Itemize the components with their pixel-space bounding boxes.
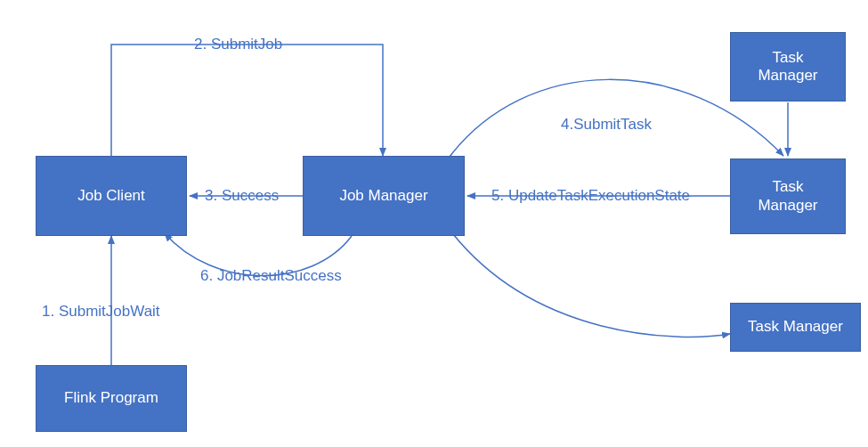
box-task-manager-2: Task Manager	[730, 158, 846, 234]
box-job-client: Job Client	[36, 156, 187, 236]
box-task-manager-3-label: Task Manager	[748, 318, 843, 336]
box-flink-program-label: Flink Program	[64, 389, 158, 407]
box-task-manager-1-label: Task Manager	[758, 49, 817, 85]
diagram-stage: { "boxes": { "flink_program": "Flink Pro…	[0, 0, 868, 447]
box-flink-program: Flink Program	[36, 365, 187, 432]
edge-lower-curve	[450, 230, 730, 337]
edge-jobresultsuccess	[165, 233, 352, 276]
box-job-manager: Job Manager	[303, 156, 465, 236]
label-success: 3. Success	[205, 187, 279, 205]
label-updatetaskexecstate: 5. UpdateTaskExecutionState	[491, 187, 690, 205]
box-task-manager-1: Task Manager	[730, 32, 846, 102]
label-submitjobwait: 1. SubmitJobWait	[42, 303, 160, 321]
box-job-manager-label: Job Manager	[339, 187, 427, 205]
label-submitjob: 2. SubmitJob	[194, 36, 282, 53]
box-task-manager-2-label: Task Manager	[758, 178, 817, 215]
box-job-client-label: Job Client	[77, 187, 145, 205]
label-jobresultsuccess: 6. JobResultSuccess	[200, 267, 342, 285]
box-task-manager-3: Task Manager	[730, 303, 861, 352]
edge-submitjob	[111, 45, 383, 156]
label-submittask: 4.SubmitTask	[561, 116, 652, 134]
